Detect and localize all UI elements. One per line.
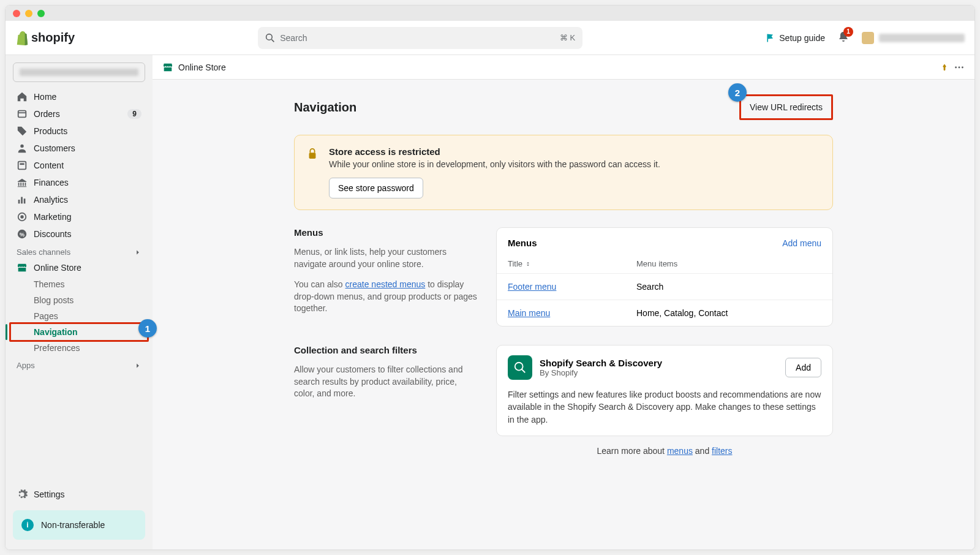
store-selector[interactable]	[13, 62, 145, 82]
profile-menu[interactable]	[862, 32, 965, 44]
menus-description-2: You can also create nested menus to disp…	[294, 279, 478, 315]
chevron-right-icon	[134, 362, 141, 369]
shopify-logo[interactable]: shopify	[15, 31, 75, 45]
sidebar-item-marketing[interactable]: Marketing	[10, 208, 148, 225]
svg-point-11	[20, 215, 23, 218]
svg-rect-7	[18, 200, 20, 203]
profile-name	[879, 34, 965, 42]
gear-icon	[17, 489, 28, 500]
more-icon[interactable]	[954, 62, 965, 73]
sidebar-sub-themes[interactable]: Themes	[10, 276, 148, 292]
svg-rect-8	[21, 197, 23, 204]
add-app-button[interactable]: Add	[785, 358, 821, 377]
menus-heading: Menus	[294, 227, 478, 238]
sidebar-sub-blog-posts[interactable]: Blog posts	[10, 292, 148, 308]
non-transferable-notice[interactable]: i Non-transferable	[13, 510, 145, 540]
view-url-redirects-button[interactable]: View URL redirects	[739, 94, 833, 120]
search-discovery-card: Shopify Search & Discovery By Shopify Ad…	[496, 345, 833, 436]
sidebar-sub-pages[interactable]: Pages	[10, 308, 148, 324]
search-icon	[265, 33, 275, 43]
svg-text:%: %	[20, 232, 24, 238]
svg-rect-9	[24, 198, 26, 203]
minimize-window-dot[interactable]	[25, 10, 32, 17]
create-nested-menus-link[interactable]: create nested menus	[345, 279, 426, 289]
column-title-header[interactable]: Title	[508, 259, 636, 268]
sidebar-item-orders[interactable]: Orders 9	[10, 105, 148, 123]
menus-card-title: Menus	[508, 238, 537, 248]
menus-card: Menus Add menu Title Menu items Footer m…	[496, 227, 833, 327]
sidebar-item-products[interactable]: Products	[10, 123, 148, 140]
sidebar-item-analytics[interactable]: Analytics	[10, 191, 148, 208]
person-icon	[17, 143, 28, 154]
brand-text: shopify	[31, 31, 75, 45]
topbar: shopify Search ⌘ K Setup guide 1	[6, 21, 974, 55]
sales-channels-header[interactable]: Sales channels	[10, 243, 148, 259]
filters-description: Allow your customers to filter collectio…	[294, 364, 478, 400]
learn-more-text: Learn more about menus and filters	[496, 446, 833, 456]
svg-point-15	[959, 66, 960, 68]
flag-icon	[766, 33, 775, 43]
menu-items-cell: Search	[636, 282, 821, 292]
discount-icon: %	[17, 228, 28, 240]
store-icon	[17, 262, 28, 273]
sidebar-item-customers[interactable]: Customers	[10, 140, 148, 157]
app-vendor: By Shopify	[540, 368, 662, 377]
sidebar: Home Orders 9 Products Customers Content	[6, 55, 153, 549]
svg-point-16	[962, 66, 963, 68]
sidebar-item-content[interactable]: Content	[10, 157, 148, 174]
bank-icon	[17, 177, 28, 188]
sidebar-item-online-store[interactable]: Online Store	[10, 259, 148, 276]
svg-point-18	[515, 363, 523, 371]
sidebar-item-finances[interactable]: Finances	[10, 174, 148, 191]
learn-more-menus-link[interactable]: menus	[667, 446, 693, 456]
menus-description-1: Menus, or link lists, help your customer…	[294, 246, 478, 270]
magnifier-icon	[513, 361, 527, 374]
sidebar-sub-navigation[interactable]: Navigation	[10, 324, 148, 340]
mac-titlebar	[6, 6, 974, 21]
main-menu-link[interactable]: Main menu	[508, 308, 550, 318]
notifications-button[interactable]: 1	[837, 31, 850, 45]
see-store-password-button[interactable]: See store password	[329, 178, 423, 198]
svg-rect-17	[309, 153, 316, 159]
store-icon	[162, 62, 173, 73]
svg-point-0	[266, 34, 273, 40]
close-window-dot[interactable]	[13, 10, 20, 17]
svg-point-4	[20, 145, 23, 148]
breadcrumb-text: Online Store	[178, 62, 226, 72]
lock-icon	[307, 148, 318, 160]
sidebar-item-home[interactable]: Home	[10, 88, 148, 105]
restricted-access-alert: Store access is restricted While your on…	[294, 135, 833, 210]
learn-more-filters-link[interactable]: filters	[712, 446, 732, 456]
setup-guide-button[interactable]: Setup guide	[766, 33, 825, 43]
page-title: Navigation	[294, 100, 356, 115]
svg-rect-5	[18, 162, 26, 170]
annotation-badge-1: 1	[138, 319, 157, 338]
chevron-right-icon	[134, 249, 141, 256]
bars-icon	[17, 194, 28, 205]
main-content: Online Store Navigation 2 View URL redir…	[153, 55, 974, 549]
sidebar-item-discounts[interactable]: % Discounts	[10, 225, 148, 243]
apps-header[interactable]: Apps	[10, 356, 148, 372]
target-icon	[17, 211, 28, 222]
shopify-bag-icon	[15, 31, 29, 45]
tag-icon	[17, 126, 28, 137]
sidebar-item-settings[interactable]: Settings	[10, 485, 148, 504]
sidebar-sub-preferences[interactable]: Preferences	[10, 340, 148, 356]
search-input[interactable]: Search ⌘ K	[258, 27, 582, 49]
pin-icon[interactable]	[940, 63, 949, 72]
search-placeholder: Search	[280, 33, 555, 43]
search-shortcut: ⌘ K	[560, 33, 575, 42]
maximize-window-dot[interactable]	[37, 10, 45, 17]
breadcrumb-bar: Online Store	[153, 55, 974, 80]
menu-row: Main menu Home, Catalog, Contact	[497, 300, 832, 326]
filters-heading: Collection and search filters	[294, 345, 478, 355]
svg-line-19	[522, 369, 526, 373]
app-description: Filter settings and new features like pr…	[508, 388, 821, 426]
svg-rect-2	[18, 111, 26, 118]
footer-menu-link[interactable]: Footer menu	[508, 282, 556, 292]
menu-items-cell: Home, Catalog, Contact	[636, 308, 821, 318]
notification-badge: 1	[843, 27, 853, 37]
svg-rect-6	[20, 163, 24, 165]
add-menu-link[interactable]: Add menu	[782, 238, 821, 248]
annotation-badge-2: 2	[728, 83, 747, 102]
